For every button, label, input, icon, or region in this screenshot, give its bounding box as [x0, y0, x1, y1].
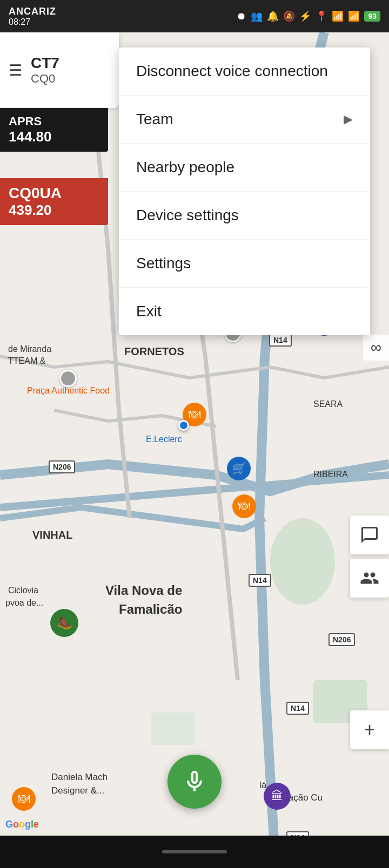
brand-name: ANCARIZ	[9, 6, 56, 17]
chat-fab-button[interactable]	[350, 516, 389, 554]
cq-freq: 439.20	[9, 202, 99, 219]
road-badge-n14-3: N14	[286, 702, 309, 715]
mic-fab-button[interactable]	[167, 755, 222, 809]
chat-icon	[360, 525, 379, 545]
road-badge-n206-1: N206	[49, 460, 75, 473]
bluetooth-icon: ⚡	[299, 10, 311, 22]
cq-panel: CQ0UA 439.20	[0, 178, 108, 225]
status-bar: ANCARIZ 08:27 ⏺ 👥 🔔 🔕 ⚡ 📍 📶 📶 93	[0, 0, 389, 32]
svg-rect-2	[151, 713, 194, 745]
wifi-icon: 📶	[332, 10, 344, 22]
nav-handle	[162, 850, 227, 853]
people-icon	[360, 568, 379, 588]
hamburger-menu-button[interactable]: ☰	[9, 62, 22, 79]
aprs-panel: APRS 144.80	[0, 108, 108, 152]
record-icon: ⏺	[237, 11, 246, 22]
menu-item-nearby-label: Nearby people	[136, 159, 234, 176]
zoom-in-button[interactable]: +	[350, 710, 389, 749]
callsign-main: CT7	[31, 55, 59, 72]
battery-level: 93	[364, 11, 380, 22]
road-badge-n14-1: N14	[269, 334, 292, 347]
menu-item-settings-label: Settings	[136, 255, 191, 272]
chevron-right-icon: ▶	[344, 112, 353, 126]
time-display: 08:27	[9, 17, 56, 27]
group-icon: 👥	[251, 10, 263, 22]
header-bar: ☰ CT7 CQ0	[0, 32, 119, 108]
cq-callsign: CQ0UA	[9, 185, 99, 202]
context-menu: Disconnect voice connection Team ▶ Nearb…	[119, 48, 370, 335]
menu-item-disconnect-label: Disconnect voice connection	[136, 63, 328, 80]
menu-item-exit-label: Exit	[136, 303, 162, 320]
menu-item-team[interactable]: Team ▶	[119, 96, 370, 144]
gps-dot	[178, 420, 189, 431]
bottom-nav-bar	[0, 836, 389, 868]
svg-point-0	[270, 518, 335, 605]
menu-item-disconnect[interactable]: Disconnect voice connection	[119, 48, 370, 96]
infinity-symbol: ∞	[363, 335, 389, 361]
people-fab-button[interactable]	[350, 559, 389, 598]
fab-group-right	[350, 516, 389, 598]
callsign-block: CT7 CQ0	[31, 55, 59, 86]
road-badge-n14-2: N14	[249, 574, 271, 587]
menu-item-team-label: Team	[136, 111, 173, 128]
menu-item-device-settings[interactable]: Device settings	[119, 192, 370, 240]
aprs-freq: 144.80	[9, 128, 99, 145]
location-icon: 📍	[316, 10, 327, 22]
road-badge-n206-2: N206	[328, 633, 355, 646]
callsign-sub: CQ0	[31, 72, 59, 86]
food-marker-2: 🍽	[232, 494, 256, 518]
zoom-in-icon: +	[364, 718, 375, 741]
status-icons: ⏺ 👥 🔔 🔕 ⚡ 📍 📶 📶 93	[237, 10, 380, 22]
alarm-icon: 🔔	[267, 10, 279, 22]
menu-item-nearby[interactable]: Nearby people	[119, 144, 370, 192]
mute-icon: 🔕	[283, 10, 295, 22]
menu-item-device-settings-label: Device settings	[136, 207, 239, 224]
status-bar-left: ANCARIZ 08:27	[9, 6, 56, 27]
shopping-marker: 🛒	[227, 457, 251, 480]
menu-item-settings[interactable]: Settings	[119, 240, 370, 288]
microphone-icon	[182, 769, 207, 795]
aprs-title: APRS	[9, 114, 99, 128]
museum-marker: 🏛	[264, 783, 291, 810]
map-marker-gray-1	[59, 370, 77, 387]
signal-icon: 📶	[348, 10, 360, 22]
menu-item-exit[interactable]: Exit	[119, 288, 370, 335]
google-logo: Google	[5, 819, 39, 830]
food-marker-3: 🍽	[12, 787, 36, 811]
hike-marker: 🥾	[50, 609, 78, 637]
